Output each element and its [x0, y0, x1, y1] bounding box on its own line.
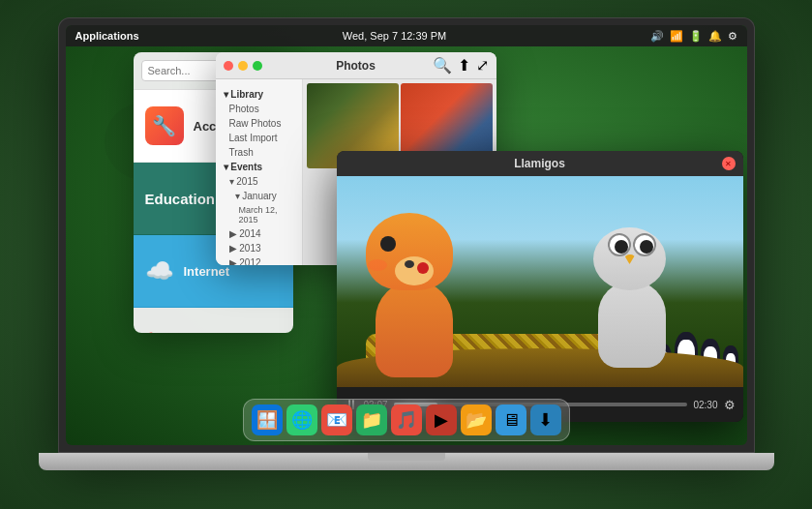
close-button[interactable] — [224, 61, 233, 71]
fox-nose — [405, 260, 414, 268]
owl-character — [588, 252, 685, 368]
laptop: Applications Wed, Sep 7 12:39 PM 🔊 📶 🔋 🔔… — [39, 17, 774, 492]
berry — [417, 262, 429, 274]
status-icons: 🔊 📶 🔋 🔔 ⚙ — [650, 30, 737, 43]
raw-label: Raw Photos — [229, 118, 282, 129]
sidebar-item-raw[interactable]: Raw Photos — [216, 116, 302, 131]
search-icon[interactable]: 🔍 — [433, 56, 452, 75]
notifications-icon: 🔔 — [708, 30, 722, 43]
photos-titlebar: Photos 🔍 ⬆ ⤢ — [216, 52, 496, 79]
taskbar-icon-music[interactable]: 🎵 — [391, 404, 422, 435]
photos-window-title: Photos — [336, 59, 376, 73]
fox-cheek — [368, 259, 387, 271]
owl-body — [598, 281, 666, 368]
taskbar: 🪟 🌐 📧 📁 🎵 ▶ 📂 🖥 ⬇ — [243, 399, 570, 441]
office-icon: ✏️ — [145, 332, 171, 334]
taskbar-icon-mail[interactable]: 📧 — [321, 404, 352, 435]
photos-label: Photos — [229, 104, 259, 114]
trash-label: Trash — [229, 147, 254, 158]
fox-character — [356, 223, 492, 377]
taskbar-icon-fileman[interactable]: 📂 — [461, 404, 492, 435]
owl-eye-left — [608, 233, 631, 256]
library-header: ▾ Library — [216, 87, 302, 102]
sidebar-item-march[interactable]: March 12, 2015 — [216, 203, 302, 226]
window-actions: 🔍 ⬆ ⤢ — [433, 56, 489, 75]
video-window: Llamigos ✕ — [337, 151, 743, 422]
events-header: ▾ Events — [216, 160, 302, 174]
education-label: Education — [145, 191, 216, 207]
video-settings-button[interactable]: ⚙ — [724, 398, 736, 412]
sidebar-item-2012[interactable]: ▶ 2012 — [216, 255, 302, 265]
laptop-hinge — [368, 453, 445, 461]
import-label: Last Import — [229, 133, 278, 143]
maximize-button[interactable] — [253, 61, 262, 71]
video-titlebar: Llamigos ✕ — [337, 151, 743, 176]
video-content — [337, 176, 743, 387]
screen: Applications Wed, Sep 7 12:39 PM 🔊 📶 🔋 🔔… — [66, 25, 747, 445]
owl-eye-right — [633, 233, 656, 256]
top-bar: Applications Wed, Sep 7 12:39 PM 🔊 📶 🔋 🔔… — [66, 25, 747, 46]
fox-body — [376, 281, 453, 377]
minimize-button[interactable] — [238, 61, 248, 71]
laptop-base — [39, 453, 774, 470]
screen-bezel: Applications Wed, Sep 7 12:39 PM 🔊 📶 🔋 🔔… — [58, 17, 755, 453]
app-card-office[interactable]: ✏️ Office — [134, 308, 293, 333]
app-menu-label: Applications — [75, 30, 139, 42]
taskbar-icon-system[interactable]: 🖥 — [496, 404, 526, 435]
sidebar-item-trash[interactable]: Trash — [216, 145, 302, 160]
share-icon[interactable]: ⬆ — [458, 56, 470, 75]
internet-label: Internet — [184, 264, 230, 279]
taskbar-icon-browser[interactable]: 🌐 — [286, 404, 317, 435]
expand-icon[interactable]: ⤢ — [476, 56, 489, 75]
total-time: 02:30 — [693, 400, 717, 410]
fox-eye — [380, 236, 396, 252]
sidebar-item-2014[interactable]: ▶ 2014 — [216, 226, 302, 241]
owl-pupil-right — [640, 240, 653, 254]
sidebar-item-import[interactable]: Last Import — [216, 131, 302, 145]
video-title: Llamigos — [514, 157, 565, 170]
sidebar-item-2015[interactable]: ▾ 2015 — [216, 174, 302, 189]
video-close-button[interactable]: ✕ — [722, 157, 736, 170]
photos-sidebar: ▾ Library Photos Raw Photos Last Import … — [216, 79, 303, 265]
sidebar-item-photos[interactable]: Photos — [216, 102, 302, 116]
window-controls — [224, 61, 262, 71]
settings-icon: ⚙ — [728, 30, 737, 43]
taskbar-icon-download[interactable]: ⬇ — [530, 404, 561, 435]
taskbar-icon-windows[interactable]: 🪟 — [252, 404, 283, 435]
taskbar-icon-video[interactable]: ▶ — [426, 404, 457, 435]
wifi-icon: 📶 — [670, 30, 683, 43]
datetime-label: Wed, Sep 7 12:39 PM — [343, 30, 446, 42]
volume-icon: 🔊 — [650, 30, 664, 43]
video-scene — [337, 176, 743, 387]
battery-icon: 🔋 — [689, 30, 703, 43]
sidebar-item-january[interactable]: ▾ January — [216, 189, 302, 203]
sidebar-item-2013[interactable]: ▶ 2013 — [216, 241, 302, 255]
owl-pupil-left — [615, 240, 628, 254]
internet-icon: ☁️ — [145, 257, 174, 284]
accessories-icon: 🔧 — [145, 106, 184, 145]
taskbar-icon-files[interactable]: 📁 — [356, 404, 387, 435]
